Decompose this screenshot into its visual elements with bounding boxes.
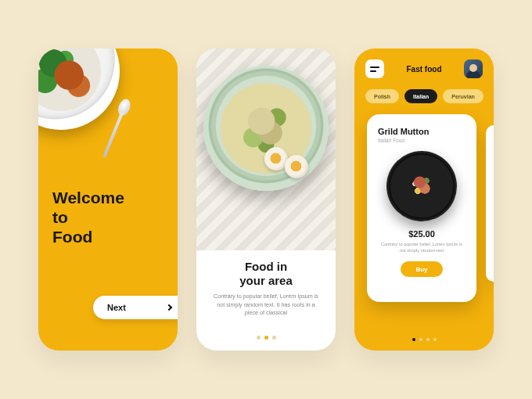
page-dot-active[interactable] — [412, 338, 415, 341]
area-headline-line: your area — [210, 274, 322, 288]
card-carousel[interactable]: Grild Mutton Italian Food $25.00 Contrar… — [354, 103, 494, 350]
area-description: Contrary to popular belief, Lorem Ipsum … — [210, 293, 322, 317]
food-card-title: Grild Mutton — [378, 127, 429, 136]
menu-button[interactable] — [365, 59, 384, 78]
food-card[interactable]: Grild Mutton Italian Food $25.00 Contrar… — [367, 114, 476, 302]
page-dot[interactable] — [433, 338, 437, 341]
buy-button[interactable]: Buy — [401, 261, 443, 277]
tab-peruvian[interactable]: Peruvian — [443, 89, 483, 103]
next-button[interactable]: Next — [93, 296, 178, 319]
onboarding-welcome-screen: Welcome to Food Next — [38, 49, 178, 350]
page-dot[interactable] — [257, 336, 261, 340]
food-card-subtitle: Italian Food — [378, 138, 404, 143]
category-tabs: Polish Italian Peruvian — [354, 78, 494, 103]
menu-icon — [370, 70, 376, 72]
avatar[interactable] — [464, 59, 483, 78]
page-dot-active[interactable] — [264, 336, 268, 340]
tab-polish[interactable]: Polish — [365, 89, 399, 103]
food-card-description: Contrary to popular belief, Lorem Ipsum … — [378, 242, 466, 253]
welcome-title-line: Food — [52, 227, 124, 246]
chevron-right-icon — [166, 304, 172, 311]
welcome-title-line: Welcome — [52, 188, 124, 207]
page-dot[interactable] — [272, 336, 276, 340]
browse-screen: Fast food Polish Italian Peruvian Grild … — [354, 49, 494, 350]
page-dot[interactable] — [426, 338, 430, 341]
salad-plate — [203, 66, 329, 191]
next-button-label: Next — [107, 303, 126, 312]
next-card-peek[interactable] — [486, 125, 494, 282]
egg-icon — [285, 155, 308, 178]
tab-italian[interactable]: Italian — [404, 89, 437, 103]
page-dot[interactable] — [419, 338, 422, 341]
page-title: Fast food — [407, 65, 442, 74]
page-indicator[interactable] — [196, 336, 336, 340]
dish-image — [386, 151, 457, 221]
area-headline: Food in your area — [210, 260, 322, 287]
food-card-price: $25.00 — [408, 229, 435, 239]
area-headline-line: Food in — [210, 260, 322, 274]
card-page-indicator[interactable] — [354, 338, 494, 341]
menu-icon — [370, 66, 379, 68]
hero-food-bowl — [38, 49, 120, 130]
welcome-title: Welcome to Food — [52, 188, 124, 247]
hero-image — [196, 49, 336, 250]
onboarding-area-screen: Food in your area Contrary to popular be… — [196, 49, 336, 350]
welcome-title-line: to — [52, 207, 124, 227]
browse-header: Fast food — [354, 49, 494, 78]
